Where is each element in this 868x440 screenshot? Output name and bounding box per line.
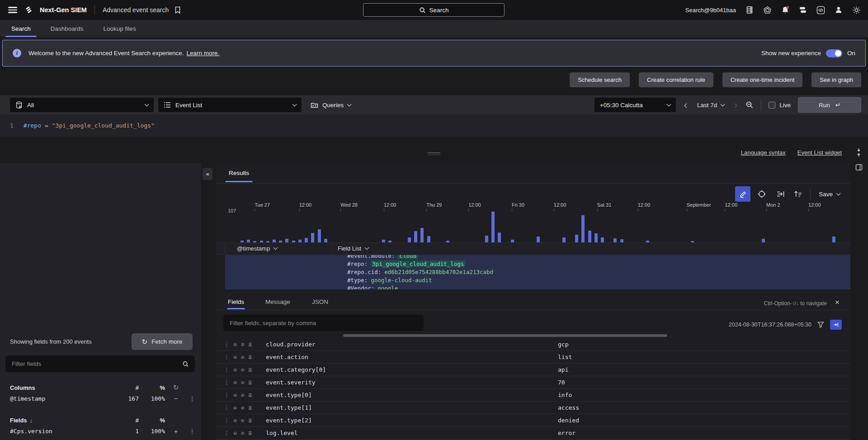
sync-columns-icon[interactable]: ↻ xyxy=(165,383,187,392)
histogram-bar[interactable] xyxy=(485,236,488,242)
histogram-bar[interactable] xyxy=(311,233,314,242)
field-detail-row[interactable]: ⋮ ⊖ ⊘ ≣ event.type[1] access xyxy=(216,402,850,414)
sidebar-field-row[interactable]: #ecs.version 1 100% + ⋮ xyxy=(0,437,201,440)
negate-field-icon[interactable]: ⊘ xyxy=(241,430,245,436)
language-syntax-link[interactable]: Language syntax xyxy=(741,149,786,156)
create-correlation-rule-button[interactable]: Create correlation rule xyxy=(639,72,713,87)
histogram-bar[interactable] xyxy=(498,232,501,242)
histogram-bar[interactable] xyxy=(408,237,411,242)
field-detail-row[interactable]: ⋮ ⊖ ⊘ ≣ event.category[0] api xyxy=(216,364,850,376)
field-list-icon[interactable]: ≣ xyxy=(249,354,252,360)
histogram-bar[interactable] xyxy=(581,215,585,242)
timestamp-column-header[interactable]: @timestamp xyxy=(237,243,277,254)
event-list-widget-link[interactable]: Event List widget xyxy=(797,149,842,156)
jump-to-list-button[interactable] xyxy=(830,320,842,330)
pentagon-badge-icon[interactable] xyxy=(763,6,772,14)
remove-column-icon[interactable]: − xyxy=(165,395,187,402)
kebab-menu-icon[interactable]: ⋮ xyxy=(224,379,230,386)
field-list-icon[interactable]: ≣ xyxy=(249,379,252,386)
side-panel-icon[interactable] xyxy=(855,164,863,171)
live-checkbox[interactable] xyxy=(769,102,775,109)
chat-icon[interactable] xyxy=(799,6,807,14)
histogram-bar[interactable] xyxy=(762,239,765,242)
histogram-bar[interactable] xyxy=(832,237,835,242)
close-icon[interactable]: × xyxy=(835,298,840,307)
exclude-field-icon[interactable]: ⊖ xyxy=(234,417,237,424)
notifications-bell-icon[interactable] xyxy=(781,6,789,14)
sidebar-field-row[interactable]: @timestamp 167 100% − ⋮ xyxy=(0,393,201,404)
exclude-field-icon[interactable]: ⊖ xyxy=(234,392,237,398)
exclude-field-icon[interactable]: ⊖ xyxy=(234,354,237,360)
kebab-menu-icon[interactable]: ⋮ xyxy=(187,395,198,402)
code-icon[interactable] xyxy=(816,6,825,14)
live-toggle[interactable]: Live xyxy=(769,102,791,109)
new-experience-toggle[interactable] xyxy=(826,49,842,57)
histogram-bar[interactable] xyxy=(575,235,578,242)
server-rack-icon[interactable] xyxy=(745,6,754,14)
add-column-icon[interactable]: + xyxy=(165,428,187,435)
histogram-bar[interactable] xyxy=(601,237,604,242)
inspector-filter-input[interactable] xyxy=(223,315,424,331)
selected-event-row[interactable]: #event.module:cloud #repo:3pi_google_clo… xyxy=(225,255,850,289)
kebab-menu-icon[interactable]: ⋮ xyxy=(224,430,230,436)
kebab-menu-icon[interactable]: ⋮ xyxy=(224,366,230,373)
histogram-bar[interactable] xyxy=(562,237,566,242)
user-icon[interactable] xyxy=(835,6,843,14)
jump-to-event-button[interactable] xyxy=(773,186,788,202)
collapse-editor-icon[interactable] xyxy=(855,148,862,157)
queries-menu[interactable]: Queries xyxy=(306,102,355,109)
sidebar-field-row[interactable]: #Cps.version 1 100% + ⋮ xyxy=(0,426,201,437)
save-button[interactable]: Save xyxy=(817,191,842,198)
field-list-icon[interactable]: ≣ xyxy=(249,404,252,411)
repository-selector[interactable]: All xyxy=(10,98,154,112)
negate-field-icon[interactable]: ⊘ xyxy=(241,354,245,360)
field-list-icon[interactable]: ≣ xyxy=(249,430,252,436)
run-button[interactable]: Run ↵ xyxy=(798,97,861,113)
tab-dashboards[interactable]: Dashboards xyxy=(45,20,90,37)
tab-message[interactable]: Message xyxy=(264,298,291,309)
kebab-menu-icon[interactable]: ⋮ xyxy=(224,392,230,398)
kebab-menu-icon[interactable]: ⋮ xyxy=(224,341,230,348)
negate-field-icon[interactable]: ⊘ xyxy=(241,366,245,373)
histogram-bar[interactable] xyxy=(620,239,623,242)
time-back-button[interactable] xyxy=(683,99,690,111)
time-forward-button[interactable] xyxy=(731,99,738,111)
negate-field-icon[interactable]: ⊘ xyxy=(241,379,245,386)
time-range-selector[interactable]: Last 7d xyxy=(697,102,724,109)
histogram-bar[interactable] xyxy=(594,233,598,242)
histogram-bar[interactable] xyxy=(305,238,308,242)
horizontal-scrollbar[interactable] xyxy=(343,334,667,337)
exclude-field-icon[interactable]: ⊖ xyxy=(234,430,237,436)
kebab-menu-icon[interactable]: ⋮ xyxy=(224,404,230,411)
kebab-menu-icon[interactable]: ⋮ xyxy=(187,428,198,435)
learn-more-link[interactable]: Learn more. xyxy=(186,50,219,57)
create-one-time-incident-button[interactable]: Create one-time incident xyxy=(722,72,803,87)
histogram-bar[interactable] xyxy=(427,236,430,242)
histogram-bar[interactable] xyxy=(613,238,617,242)
histogram-bar[interactable] xyxy=(588,231,591,242)
tab-lookup-files[interactable]: Lookup files xyxy=(98,20,142,37)
kebab-menu-icon[interactable]: ⋮ xyxy=(224,354,230,360)
field-detail-row[interactable]: ⋮ ⊖ ⊘ ≣ event.action list xyxy=(216,351,850,364)
negate-field-icon[interactable]: ⊘ xyxy=(241,341,245,348)
histogram-bar[interactable] xyxy=(414,231,417,242)
logo-icon[interactable] xyxy=(23,5,34,15)
negate-field-icon[interactable]: ⊘ xyxy=(241,404,245,411)
timezone-selector[interactable]: +05:30 Calcutta xyxy=(594,98,676,112)
tab-results[interactable]: Results xyxy=(225,170,253,182)
field-detail-row[interactable]: ⋮ ⊖ ⊘ ≣ event.type[0] info xyxy=(216,389,850,402)
histogram-bar[interactable] xyxy=(537,237,540,242)
negate-field-icon[interactable]: ⊘ xyxy=(241,392,245,398)
menu-icon[interactable] xyxy=(8,5,17,14)
bookmark-icon[interactable] xyxy=(175,6,181,14)
tab-search[interactable]: Search xyxy=(5,20,37,37)
focus-event-button[interactable] xyxy=(754,186,769,202)
resize-handle[interactable] xyxy=(428,151,440,156)
filter-fields-input[interactable] xyxy=(5,355,195,372)
sort-descending-icon[interactable]: ↓ xyxy=(30,417,33,424)
exclude-field-icon[interactable]: ⊖ xyxy=(234,341,237,348)
collapse-sidebar-button[interactable]: « xyxy=(203,168,212,180)
field-detail-row[interactable]: ⋮ ⊖ ⊘ ≣ cloud.provider gcp xyxy=(216,338,850,351)
query-editor[interactable]: 1 #repo="3pi_google_cloud_audit_logs" xyxy=(0,114,868,137)
field-detail-row[interactable]: ⋮ ⊖ ⊘ ≣ event.severity 70 xyxy=(216,376,850,389)
